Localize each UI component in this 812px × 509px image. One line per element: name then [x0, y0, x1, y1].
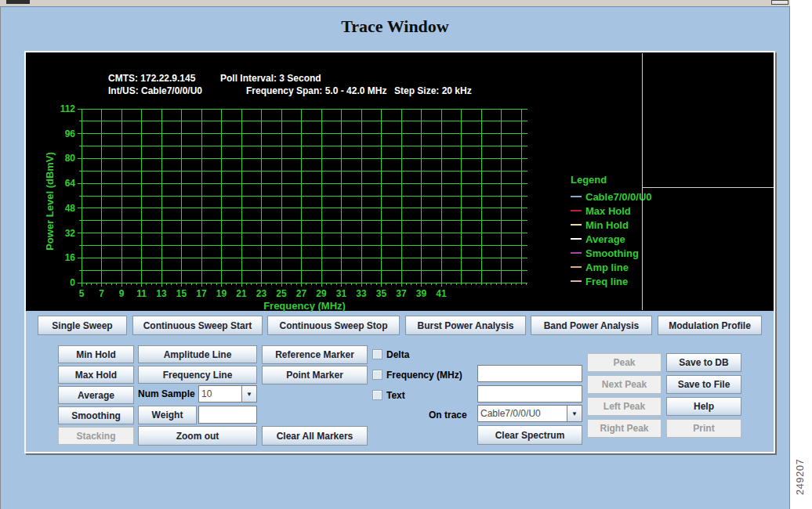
legend-item: Smoothing [571, 246, 672, 260]
legend-item: Average [571, 232, 672, 246]
frequency-checkbox-label: Frequency (MHz) [386, 370, 462, 381]
legend-item: Cable7/0/0/U0 [571, 190, 672, 204]
svg-text:7: 7 [99, 288, 104, 299]
legend-item-label: Max Hold [585, 205, 631, 217]
svg-text:35: 35 [376, 288, 387, 299]
svg-text:25: 25 [276, 288, 287, 299]
svg-text:31: 31 [336, 288, 347, 299]
delta-checkbox-label: Delta [386, 349, 409, 360]
help-button[interactable]: Help [666, 397, 741, 416]
legend-swatch [571, 238, 582, 240]
on-trace-label: On trace [429, 410, 467, 421]
legend-item-label: Smoothing [585, 247, 639, 259]
legend-swatch [571, 280, 582, 282]
chevron-down-icon[interactable]: ▼ [567, 406, 582, 421]
legend-swatch [571, 266, 582, 268]
print-button: Print [666, 419, 741, 438]
stacking-button: Stacking [58, 427, 134, 445]
panel-divider-horizontal [642, 187, 774, 188]
svg-text:48: 48 [65, 203, 76, 214]
svg-text:37: 37 [396, 288, 407, 299]
average-button[interactable]: Average [58, 386, 134, 404]
svg-text:15: 15 [176, 288, 187, 299]
svg-text:33: 33 [356, 288, 367, 299]
clear-all-markers-button[interactable]: Clear All Markers [262, 426, 368, 446]
single-sweep-button[interactable]: Single Sweep [38, 316, 127, 335]
frequency-span-label: Frequency Span: 5.0 - 42.0 MHz [246, 85, 386, 96]
continuous-sweep-start-button[interactable]: Continuous Sweep Start [132, 316, 263, 335]
on-trace-value: Cable7/0/0/U0 [478, 408, 567, 419]
num-sample-label: Num Sample [138, 388, 195, 399]
peak-button: Peak [587, 353, 662, 372]
legend-items: Cable7/0/0/U0Max HoldMin HoldAverageSmoo… [571, 190, 672, 288]
frequency-line-button[interactable]: Frequency Line [138, 366, 257, 384]
svg-text:21: 21 [236, 288, 247, 299]
svg-text:9: 9 [119, 288, 125, 299]
num-sample-value: 10 [199, 388, 241, 399]
save-to-db-button[interactable]: Save to DB [666, 353, 741, 372]
legend-item: Min Hold [571, 218, 672, 232]
amplitude-line-button[interactable]: Amplitude Line [138, 345, 257, 363]
svg-text:0: 0 [70, 277, 75, 288]
legend-item-label: Min Hold [585, 219, 629, 231]
svg-text:17: 17 [196, 288, 207, 299]
max-hold-button[interactable]: Max Hold [58, 366, 134, 384]
point-marker-button[interactable]: Point Marker [262, 366, 368, 384]
svg-text:96: 96 [65, 128, 76, 139]
page-title: Trace Window [1, 16, 789, 37]
legend-item-label: Freq line [585, 276, 628, 287]
num-sample-select[interactable]: 10 ▼ [198, 385, 257, 403]
legend-item-label: Amp line [585, 262, 629, 273]
save-to-file-button[interactable]: Save to File [666, 375, 741, 394]
svg-text:19: 19 [216, 288, 227, 299]
legend-item: Freq line [571, 274, 672, 288]
legend-swatch [571, 196, 582, 197]
clear-spectrum-button[interactable]: Clear Spectrum [477, 425, 582, 445]
reference-marker-button[interactable]: Reference Marker [262, 345, 368, 364]
cmts-label: CMTS: 172.22.9.145 [108, 73, 195, 84]
frequency-checkbox[interactable] [372, 370, 382, 380]
panel-divider-vertical [642, 53, 643, 310]
svg-text:80: 80 [65, 153, 76, 164]
legend-item-label: Average [585, 233, 625, 245]
frequency-input[interactable] [477, 365, 582, 382]
svg-text:32: 32 [65, 228, 76, 239]
legend: Legend Cable7/0/0/U0Max HoldMin HoldAver… [571, 174, 672, 288]
svg-text:16: 16 [65, 252, 76, 263]
left-peak-button: Left Peak [587, 397, 662, 416]
modulation-profile-button[interactable]: Modulation Profile [658, 316, 762, 335]
right-peak-button: Right Peak [587, 419, 662, 438]
svg-text:Frequency (MHz): Frequency (MHz) [263, 300, 346, 312]
svg-text:23: 23 [256, 288, 267, 299]
spectrum-chart: 0163248648096112579111315171921232527293… [28, 99, 546, 316]
on-trace-select[interactable]: Cable7/0/0/U0 ▼ [477, 405, 582, 422]
svg-text:27: 27 [296, 288, 307, 299]
continuous-sweep-stop-button[interactable]: Continuous Sweep Stop [267, 316, 400, 335]
trace-window: Trace Window CMTS: 172.22.9.145 Poll Int… [0, 6, 790, 509]
svg-text:41: 41 [436, 288, 447, 299]
svg-text:39: 39 [416, 288, 427, 299]
step-size-label: Step Size: 20 kHz [394, 85, 472, 96]
window-menu-icon[interactable] [6, 0, 30, 4]
delta-checkbox[interactable] [372, 349, 382, 359]
svg-text:Power Level (dBmV): Power Level (dBmV) [44, 152, 56, 251]
next-peak-button: Next Peak [587, 375, 662, 394]
page: Trace Window CMTS: 172.22.9.145 Poll Int… [0, 0, 812, 509]
legend-swatch [571, 210, 582, 211]
smoothing-button[interactable]: Smoothing [58, 406, 134, 424]
chevron-down-icon[interactable]: ▼ [241, 386, 256, 402]
band-power-analysis-button[interactable]: Band Power Analysis [531, 316, 652, 335]
weight-button[interactable]: Weight [138, 406, 197, 424]
text-checkbox-label: Text [386, 390, 405, 401]
svg-text:11: 11 [136, 288, 147, 299]
burst-power-analysis-button[interactable]: Burst Power Analysis [405, 316, 526, 335]
legend-item: Amp line [571, 260, 672, 274]
text-input[interactable] [477, 385, 582, 403]
legend-title: Legend [571, 174, 672, 186]
min-hold-button[interactable]: Min Hold [58, 345, 134, 363]
svg-text:112: 112 [60, 103, 76, 114]
window-control-button[interactable] [771, 0, 788, 5]
text-checkbox[interactable] [372, 390, 382, 400]
weight-input[interactable] [198, 406, 257, 424]
zoom-out-button[interactable]: Zoom out [138, 426, 257, 446]
